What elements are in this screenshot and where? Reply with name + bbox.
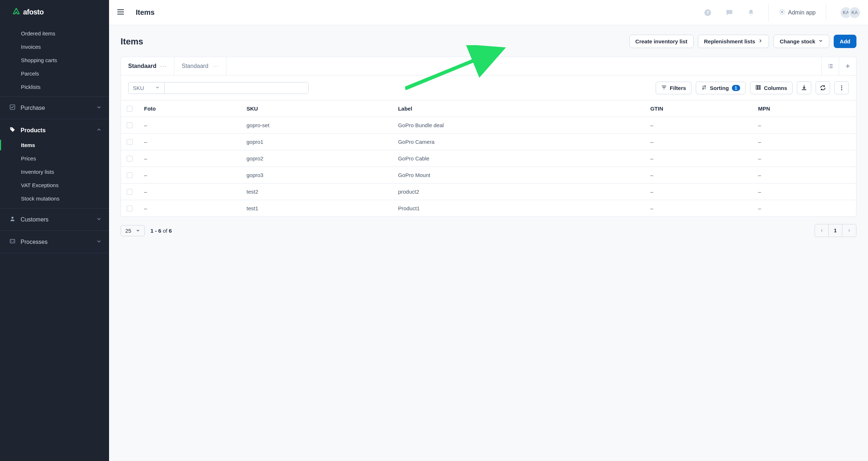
svg-rect-10 [759,85,760,89]
add-button[interactable]: Add [834,35,856,48]
sidebar-header-products[interactable]: Products [0,122,109,138]
filter-icon [661,85,667,91]
nav-section-customers: Customers [0,208,109,231]
kebab-menu-button[interactable] [834,81,849,94]
columns-label: Columns [764,85,787,91]
cell-gtin: – [645,200,752,217]
col-mpn[interactable]: MPN [752,100,856,117]
table-row[interactable]: –gopro1GoPro Camera–– [121,134,856,150]
svg-point-12 [841,87,842,89]
sidebar-item-prices[interactable]: Prices [0,152,109,165]
tab-label: Standaard [128,63,156,69]
refresh-button[interactable] [816,81,830,94]
chevron-down-icon [136,228,140,234]
sorting-count-badge: 1 [732,85,740,91]
cell-sku: gopro3 [241,167,392,184]
more-icon[interactable]: ⋯ [160,62,167,70]
add-tab-icon[interactable] [839,57,856,75]
svg-rect-8 [756,85,757,89]
person-icon [9,216,16,223]
svg-rect-9 [758,85,759,89]
tab-standaard-active[interactable]: Standaard ⋯ [121,57,174,75]
create-inventory-button[interactable]: Create inventory list [629,35,694,48]
svg-point-1 [11,128,12,129]
svg-text:?: ? [706,10,709,15]
list-view-icon[interactable] [821,57,839,75]
select-all-checkbox[interactable] [127,106,133,112]
admin-app-link[interactable]: Admin app [779,9,816,17]
sidebar-item-ordered-items[interactable]: Ordered items [0,27,109,40]
tab-standaard-inactive[interactable]: Standaard ⋯ [174,57,226,75]
cell-gtin: – [645,184,752,200]
filters-button[interactable]: Filters [656,82,691,94]
bell-icon[interactable] [744,5,758,20]
menu-icon[interactable] [116,8,125,18]
brand-name: afosto [23,8,44,16]
row-checkbox[interactable] [127,122,133,128]
prev-page-button[interactable] [815,224,829,237]
products-label: Products [21,127,45,134]
table-row[interactable]: –test1Product1–– [121,200,856,217]
sku-select-label: SKU [133,85,144,91]
svg-rect-3 [10,240,15,243]
help-icon[interactable]: ? [700,5,715,20]
sidebar-header-customers[interactable]: Customers [0,211,109,228]
svg-point-2 [12,217,14,219]
sidebar-item-invoices[interactable]: Invoices [0,40,109,53]
row-checkbox[interactable] [127,139,133,145]
nav-section-products: Products Items Prices Inventory lists VA… [0,119,109,208]
sidebar-header-purchase[interactable]: Purchase [0,100,109,116]
tabs-row: Standaard ⋯ Standaard ⋯ [121,57,856,76]
chevron-down-icon [96,104,102,112]
col-foto[interactable]: Foto [138,100,241,117]
sidebar-header-processes[interactable]: Processes [0,234,109,250]
cell-foto: – [138,150,241,167]
chevron-up-icon [96,127,102,134]
replenishment-lists-button[interactable]: Replenishment lists [698,35,769,48]
next-page-button[interactable] [842,224,856,237]
table-footer: 25 1 - 6 of 6 1 [121,224,856,237]
row-checkbox[interactable] [127,189,133,195]
sidebar-item-vat-exceptions[interactable]: VAT Exceptions [0,178,109,192]
search-field-select[interactable]: SKU [129,82,165,94]
search-field-group: SKU [128,82,309,94]
row-checkbox[interactable] [127,206,133,211]
columns-button[interactable]: Columns [750,82,793,94]
table-row[interactable]: –gopro2GoPro Cable–– [121,150,856,167]
brand-mark-icon [12,7,20,17]
sidebar-item-shopping-carts[interactable]: Shopping carts [0,53,109,67]
user-avatars[interactable]: KA KA [840,7,861,19]
page-number[interactable]: 1 [829,224,842,237]
page-size-select[interactable]: 25 [121,225,145,236]
col-gtin[interactable]: GTIN [645,100,752,117]
change-stock-button[interactable]: Change stock [773,35,829,48]
table-row[interactable]: –gopro3GoPro Mount–– [121,167,856,184]
cell-sku: test1 [241,200,392,217]
cell-sku: test2 [241,184,392,200]
customers-label: Customers [21,216,48,223]
divider [768,4,769,21]
table-row[interactable]: –gopro-setGoPro Bundle deal–– [121,117,856,134]
more-icon[interactable]: ⋯ [212,62,219,70]
change-stock-label: Change stock [780,38,815,44]
download-button[interactable] [797,81,811,94]
cell-label: GoPro Mount [392,167,645,184]
row-checkbox[interactable] [127,172,133,178]
cell-label: GoPro Bundle deal [392,117,645,134]
col-label[interactable]: Label [392,100,645,117]
chat-icon[interactable] [722,5,737,20]
row-checkbox[interactable] [127,156,133,161]
page-header: Items Create inventory list Replenishmen… [121,35,856,48]
sorting-button[interactable]: Sorting 1 [696,82,746,94]
sidebar-item-stock-mutations[interactable]: Stock mutations [0,192,109,205]
search-input[interactable] [165,82,308,94]
sidebar-item-picklists[interactable]: Picklists [0,80,109,94]
sidebar-item-items[interactable]: Items [0,138,109,152]
table-row[interactable]: –test2product2–– [121,184,856,200]
sort-icon [701,85,707,91]
sidebar-item-parcels[interactable]: Parcels [0,67,109,80]
cell-foto: – [138,200,241,217]
sidebar-item-inventory-lists[interactable]: Inventory lists [0,165,109,178]
col-sku[interactable]: SKU [241,100,392,117]
brand-logo[interactable]: afosto [0,0,109,24]
